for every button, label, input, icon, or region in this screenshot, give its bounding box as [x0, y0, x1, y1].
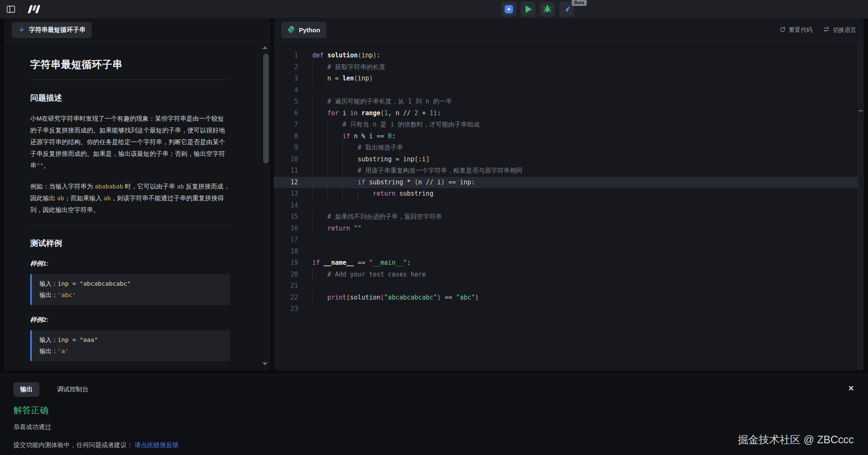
switch-language-button[interactable]: 切换语言 — [823, 26, 856, 34]
problem-tab[interactable]: 字符串最短循环子串 — [12, 22, 92, 38]
overview-ruler-mark — [859, 110, 863, 111]
code-line[interactable]: 11# 用该子串重复构造一个字符串，检查是否与原字符串相同 — [274, 165, 864, 177]
language-tab-python[interactable]: Python — [281, 22, 326, 38]
line-number: 8 — [274, 131, 298, 142]
editor-header: Python 重置代码 — [274, 18, 864, 42]
scrollbar-thumb[interactable] — [263, 54, 269, 163]
editor-overview-ruler[interactable] — [858, 42, 864, 370]
result-message: 恭喜成功通过 — [13, 423, 868, 431]
problem-panel: 字符串最短循环子串 字符串最短循环子串 问题描述 小M在研究字符串时发现了一个有… — [4, 18, 270, 370]
bug-icon — [543, 4, 552, 15]
line-number: 7 — [274, 119, 298, 131]
line-number: 17 — [274, 234, 298, 246]
line-number: 11 — [274, 165, 298, 177]
code-line[interactable]: 10substring = inp[:i] — [274, 154, 864, 165]
code-line[interactable]: 8if n % i == 0: — [274, 131, 864, 142]
switch-language-label: 切换语言 — [833, 26, 856, 34]
reset-icon — [780, 26, 786, 34]
sample-block: 输入：inp = "aaa"输出：'a' — [30, 330, 230, 361]
output-tabs: 输出调试控制台 — [13, 382, 868, 397]
line-number: 21 — [274, 280, 298, 292]
output-panel: 输出调试控制台 × 解答正确 恭喜成功通过 提交功能内测体验中，任何问题或者建议… — [0, 374, 868, 455]
code-line[interactable]: 9# 取出候选子串 — [274, 142, 864, 154]
editor-actions: 重置代码 切换语言 — [780, 26, 856, 34]
feedback-text: 提交功能内测体验中，任何问题或者建议： — [13, 441, 133, 448]
problem-panel-header: 字符串最短循环子串 — [4, 18, 270, 42]
line-number: 9 — [274, 142, 298, 154]
code-line[interactable]: 5# 遍历可能的子串长度，从 1 到 n 的一半 — [274, 96, 864, 108]
code-line[interactable]: 17 — [274, 234, 864, 246]
divider — [30, 225, 230, 225]
divider — [30, 80, 230, 80]
topbar: + — [0, 0, 868, 18]
arrow-down-icon — [18, 26, 25, 34]
code-editor[interactable]: 1def solution(inp):2# 获取字符串的长度3n = len(i… — [274, 42, 864, 370]
sample-block: 输入：inp = "abcabcabcabc"输出：'abc' — [30, 274, 230, 305]
code-line[interactable]: 22print(solution("abcabcabcabc") == "abc… — [274, 292, 864, 304]
line-number: 1 — [274, 50, 298, 62]
debug-button[interactable] — [540, 2, 555, 17]
inline-code: abababab — [95, 183, 123, 190]
code-line[interactable]: 16return "" — [274, 223, 864, 235]
code-line[interactable]: 7# 只有当 n 是 i 的倍数时，才可能由子串组成 — [274, 119, 864, 131]
sidebar-toggle-icon — [6, 9, 16, 16]
line-number: 15 — [274, 211, 298, 223]
code-line[interactable]: 19if __name__ == "__main__": — [274, 257, 864, 269]
scroll-down-arrow[interactable] — [262, 362, 267, 365]
feedback-link[interactable]: 请点此链接反馈 — [135, 441, 179, 448]
community-watermark: 掘金技术社区 @ ZBCccc — [738, 433, 854, 447]
app-root: + — [0, 0, 868, 455]
line-number: 19 — [274, 257, 298, 269]
plus-icon: + — [505, 5, 513, 13]
problem-paragraph: 小M在研究字符串时发现了一个有趣的现象：某些字符串是由一个较短的子串反复拼接而成… — [30, 113, 230, 171]
scroll-up-arrow[interactable] — [262, 46, 267, 49]
python-icon — [288, 26, 295, 34]
line-number: 13 — [274, 188, 298, 200]
add-button[interactable]: + — [501, 2, 516, 17]
line-number: 20 — [274, 269, 298, 281]
code-line[interactable]: 23 — [274, 303, 864, 315]
examples-heading: 测试样例 — [30, 238, 230, 249]
line-number: 23 — [274, 303, 298, 315]
code-line[interactable]: 15# 如果找不到合适的子串，返回空字符串 — [274, 211, 864, 223]
code-line[interactable]: 3n = len(inp) — [274, 73, 864, 85]
test-samples: 样例1:输入：inp = "abcabcabcabc"输出：'abc'样例2:输… — [30, 260, 230, 370]
code-line[interactable]: 20# Add your test cases here — [274, 269, 864, 281]
description-heading: 问题描述 — [30, 93, 230, 103]
marscode-logo — [27, 3, 44, 16]
run-button[interactable] — [521, 2, 536, 17]
line-number: 3 — [274, 73, 298, 85]
problem-paragraph: 例如：当输入字符串为 abababab 时，它可以由子串 ab 反复拼接而成，因… — [30, 181, 230, 216]
code-line[interactable]: 6for i in range(1, n // 2 + 1): — [274, 108, 864, 119]
switch-arrows-icon — [823, 26, 830, 34]
paper-plane-icon — [562, 4, 571, 15]
code-line[interactable]: 13return substring — [274, 188, 864, 200]
code-line[interactable]: 18 — [274, 246, 864, 258]
line-number: 4 — [274, 85, 298, 96]
editor-panel: Python 重置代码 — [274, 18, 864, 370]
line-number: 22 — [274, 292, 298, 304]
sidebar-toggle-button[interactable] — [6, 4, 16, 14]
line-number: 10 — [274, 154, 298, 165]
problem-content: 字符串最短循环子串 问题描述 小M在研究字符串时发现了一个有趣的现象：某些字符串… — [4, 42, 270, 370]
code-line[interactable]: 14 — [274, 200, 864, 212]
sample-label: 样例2: — [30, 316, 230, 324]
tab-debug-console[interactable]: 调试控制台 — [50, 382, 95, 397]
line-number: 12 — [274, 177, 298, 189]
line-number: 18 — [274, 246, 298, 258]
sample-row: 输出：'abc' — [39, 290, 223, 301]
inline-code: ab — [177, 183, 184, 190]
code-line[interactable]: 4 — [274, 85, 864, 96]
code-line[interactable]: 21 — [274, 280, 864, 292]
problem-tab-label: 字符串最短循环子串 — [29, 26, 86, 34]
sample-row: 输出：'a' — [39, 346, 223, 357]
sample-row: 输入：inp = "aaa" — [39, 334, 223, 346]
line-number: 2 — [274, 62, 298, 73]
code-line[interactable]: 2# 获取字符串的长度 — [274, 62, 864, 73]
code-line[interactable]: 1def solution(inp): — [274, 50, 864, 62]
code-line[interactable]: 12if substring * (n // i) == inp: — [274, 177, 864, 189]
reset-code-button[interactable]: 重置代码 — [780, 26, 812, 34]
close-button[interactable]: × — [848, 384, 854, 393]
play-icon — [526, 5, 532, 13]
tab-output[interactable]: 输出 — [13, 382, 39, 397]
